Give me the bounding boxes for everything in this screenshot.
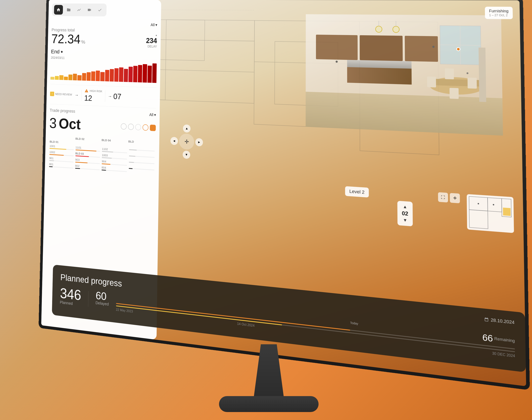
delay-label: DELAY xyxy=(146,45,157,48)
bar-item xyxy=(110,69,114,81)
row4-bld04: 804 xyxy=(101,166,127,172)
bar-item xyxy=(73,74,77,80)
tab-check[interactable] xyxy=(95,5,104,15)
bar-item xyxy=(129,67,133,82)
progress-row: 72.34 % ● 234 DELAY xyxy=(51,32,157,48)
nav-down-btn[interactable]: ▼ xyxy=(183,151,190,159)
high-risk-stat: HIGH RISK 12 xyxy=(84,89,102,103)
location-dot xyxy=(456,47,460,51)
progress-unit: % xyxy=(81,39,86,45)
alert-icon xyxy=(85,89,89,93)
nav-controls[interactable]: ▲ ◄ ✛ ► ▼ xyxy=(170,124,203,160)
delay-date: 14 Oct 2024 xyxy=(237,322,255,328)
svg-rect-36 xyxy=(488,198,502,212)
bar-item xyxy=(138,65,142,82)
trade-date-row: 3 Oct xyxy=(49,115,156,136)
delayed-track xyxy=(116,303,515,349)
delay-badge: ● 234 DELAY xyxy=(146,34,157,48)
monitor-frame: Furnishing 1 – 27 Oct, 2 ▲ ◄ ✛ ► ▼ ▲ 02 … xyxy=(39,0,530,390)
level-num: 02 xyxy=(402,210,408,217)
nav-up-btn[interactable]: ▲ xyxy=(183,124,190,133)
svg-rect-17 xyxy=(405,36,438,62)
progress-bar-chart xyxy=(50,61,157,83)
filter-row: All ▾ xyxy=(52,22,157,27)
arrow-count: 07 xyxy=(113,92,121,101)
bar-item xyxy=(105,70,109,81)
trade-progress-section: Trade progress All ▾ 3 Oct xyxy=(49,108,156,136)
row3-bld01: 901 xyxy=(49,156,73,163)
delayed-num: 60 xyxy=(96,290,109,302)
tab-home[interactable] xyxy=(54,5,63,15)
nav-tabs[interactable] xyxy=(52,3,107,16)
bar-item xyxy=(55,76,59,80)
nav-left-btn[interactable]: ◄ xyxy=(171,137,178,145)
svg-rect-23 xyxy=(427,76,436,88)
circle-indicators xyxy=(121,123,156,131)
row1-bld04: 1102 xyxy=(102,147,127,154)
svg-point-29 xyxy=(393,26,399,33)
trade-date: 3 Oct xyxy=(49,115,81,133)
furnishing-title: Furnishing xyxy=(489,9,508,13)
row4-bld02: 802 xyxy=(75,164,100,171)
building-3d-render xyxy=(306,4,503,136)
bar-item xyxy=(64,76,68,80)
monitor-wrapper: Furnishing 1 – 27 Oct, 2 ▲ ◄ ✛ ► ▼ ▲ 02 … xyxy=(20,0,518,420)
row2-bld01: 1002 xyxy=(49,150,74,157)
trade-label: Trade progress xyxy=(50,108,75,114)
monitor-screen: Furnishing 1 – 27 Oct, 2 ▲ ◄ ✛ ► ▼ ▲ 02 … xyxy=(41,0,526,386)
bar-item xyxy=(100,72,104,81)
row2-bld xyxy=(129,155,155,162)
filter-all-btn[interactable]: All ▾ xyxy=(151,23,157,27)
trade-date-month: Oct xyxy=(58,115,81,132)
trade-filter-btn[interactable]: All ▾ xyxy=(149,112,156,117)
end-date-label: 30 DEC 2024 xyxy=(492,351,515,358)
level-up-arrow[interactable]: ▲ xyxy=(403,204,407,210)
remaining-label: Remaining xyxy=(494,334,515,346)
svg-rect-39 xyxy=(503,208,511,216)
view-controls[interactable]: ⛶ ✛ xyxy=(438,192,460,203)
bar-item xyxy=(119,67,123,82)
row4-bld01: 801 xyxy=(49,162,73,169)
bar-item xyxy=(68,75,72,80)
need-review-stat: ! NEED REVIEW xyxy=(50,91,72,98)
tab-video[interactable] xyxy=(85,5,94,15)
row1-bld xyxy=(129,149,155,155)
row2-bld02: BLD 03 xyxy=(75,152,100,158)
building-table: BLD 02 BLD 04 BLD BLD 01 1001 xyxy=(48,135,156,174)
bld01-col-header: BLD 01 xyxy=(50,140,74,144)
end-date-value: 2024/03/11 xyxy=(51,56,157,62)
monitor-base xyxy=(219,396,318,412)
svg-rect-24 xyxy=(467,77,477,89)
tab-folder[interactable] xyxy=(64,5,73,15)
delay-number: 234 xyxy=(146,37,157,45)
end-label: End xyxy=(51,49,59,55)
progress-total-section: Progress total 72.34 % ● 234 DELAY xyxy=(50,28,157,83)
expand-btn[interactable]: ⛶ xyxy=(438,192,448,203)
bar-item xyxy=(86,72,91,81)
svg-point-40 xyxy=(478,203,479,204)
ind-5 xyxy=(150,124,156,131)
level-label-panel: Level 2 xyxy=(345,186,369,198)
bar-item xyxy=(152,63,157,83)
row3-bld02: 903 xyxy=(75,158,100,165)
bar-item xyxy=(59,75,63,80)
bld02-header: BLD 02 xyxy=(75,137,101,141)
svg-rect-14 xyxy=(347,60,412,69)
level-down-arrow[interactable]: ▼ xyxy=(403,218,407,223)
furnishing-panel: Furnishing 1 – 27 Oct, 2 xyxy=(485,7,513,19)
review-arrow: → xyxy=(75,92,79,97)
move-btn[interactable]: ✛ xyxy=(450,193,460,203)
svg-rect-16 xyxy=(360,35,403,61)
ind-4 xyxy=(143,124,148,131)
svg-rect-15 xyxy=(316,35,358,60)
planned-count-stat: 346 Planned xyxy=(60,286,81,307)
floor-plan-mini xyxy=(467,194,514,233)
row1-bld02: 1101 xyxy=(75,146,100,152)
nav-right-btn[interactable]: ► xyxy=(195,138,203,147)
row2-bld04: 1003 xyxy=(102,153,127,160)
ind-3 xyxy=(135,124,141,130)
bld04-header: BLD 04 xyxy=(101,138,128,143)
tab-chart[interactable] xyxy=(74,5,84,15)
svg-rect-31 xyxy=(479,48,486,102)
bar-item xyxy=(77,75,82,80)
